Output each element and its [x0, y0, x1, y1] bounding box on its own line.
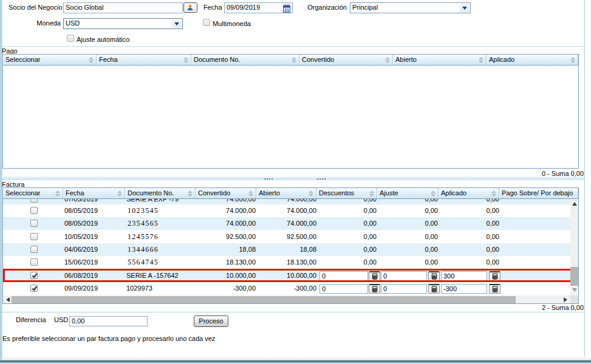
svg-text:31: 31: [284, 7, 289, 13]
